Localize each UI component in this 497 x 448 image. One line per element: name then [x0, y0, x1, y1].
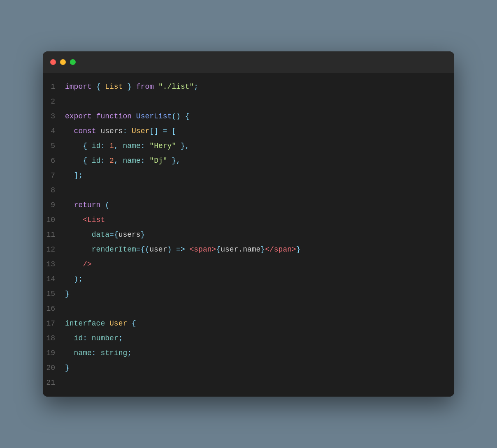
line-number: 11	[43, 227, 65, 242]
line-content: }	[65, 360, 444, 375]
code-editor: 1 import { List } from "./list"; 2 3 exp…	[43, 73, 454, 397]
line-content: export function UserList() {	[65, 109, 444, 124]
line-content: const users: User[] = [	[65, 124, 444, 139]
line-content: { id: 1, name: "Hery" },	[65, 139, 444, 153]
code-line-16: 16	[43, 301, 454, 316]
line-number: 14	[43, 272, 65, 286]
line-number: 12	[43, 242, 65, 257]
minimize-button[interactable]	[60, 59, 66, 65]
line-content: data={users}	[65, 227, 444, 242]
code-line-4: 4 const users: User[] = [	[43, 124, 454, 139]
line-content: <List	[65, 212, 444, 227]
code-line-20: 20 }	[43, 360, 454, 375]
line-content: return (	[65, 198, 444, 212]
code-line-7: 7 ];	[43, 168, 454, 183]
code-line-1: 1 import { List } from "./list";	[43, 79, 454, 94]
code-line-15: 15 }	[43, 286, 454, 301]
code-line-2: 2	[43, 94, 454, 109]
line-number: 18	[43, 331, 65, 346]
line-content: id: number;	[65, 331, 444, 346]
code-line-6: 6 { id: 2, name: "Dj" },	[43, 153, 454, 168]
line-number: 16	[43, 301, 65, 316]
code-line-3: 3 export function UserList() {	[43, 109, 454, 124]
line-number: 19	[43, 346, 65, 360]
code-line-21: 21	[43, 375, 454, 390]
code-line-12: 12 renderItem={(user) => <span>{user.nam…	[43, 242, 454, 257]
code-line-11: 11 data={users}	[43, 227, 454, 242]
line-content: />	[65, 257, 444, 272]
code-line-19: 19 name: string;	[43, 346, 454, 360]
line-content: { id: 2, name: "Dj" },	[65, 153, 444, 168]
code-line-5: 5 { id: 1, name: "Hery" },	[43, 139, 454, 153]
line-number: 5	[43, 139, 65, 153]
code-line-8: 8	[43, 183, 454, 198]
line-number: 13	[43, 257, 65, 272]
line-number: 8	[43, 183, 65, 198]
titlebar	[43, 51, 454, 73]
code-window: 1 import { List } from "./list"; 2 3 exp…	[43, 51, 454, 397]
line-content: interface User {	[65, 316, 444, 331]
line-content: }	[65, 286, 444, 301]
line-number: 15	[43, 286, 65, 301]
line-content: ];	[65, 168, 444, 183]
line-number: 10	[43, 212, 65, 227]
line-number: 20	[43, 360, 65, 375]
line-number: 4	[43, 124, 65, 139]
line-content: renderItem={(user) => <span>{user.name}<…	[65, 242, 444, 257]
line-content: );	[65, 272, 444, 286]
line-number: 21	[43, 375, 65, 390]
line-number: 7	[43, 168, 65, 183]
code-line-9: 9 return (	[43, 198, 454, 212]
code-line-14: 14 );	[43, 272, 454, 286]
line-number: 17	[43, 316, 65, 331]
line-number: 9	[43, 198, 65, 212]
line-number: 3	[43, 109, 65, 124]
line-content: import { List } from "./list";	[65, 79, 444, 94]
line-content: name: string;	[65, 346, 444, 360]
code-line-17: 17 interface User {	[43, 316, 454, 331]
close-button[interactable]	[50, 59, 56, 65]
code-line-13: 13 />	[43, 257, 454, 272]
line-number: 2	[43, 94, 65, 109]
code-line-10: 10 <List	[43, 212, 454, 227]
line-number: 6	[43, 153, 65, 168]
line-number: 1	[43, 79, 65, 94]
code-line-18: 18 id: number;	[43, 331, 454, 346]
maximize-button[interactable]	[70, 59, 76, 65]
